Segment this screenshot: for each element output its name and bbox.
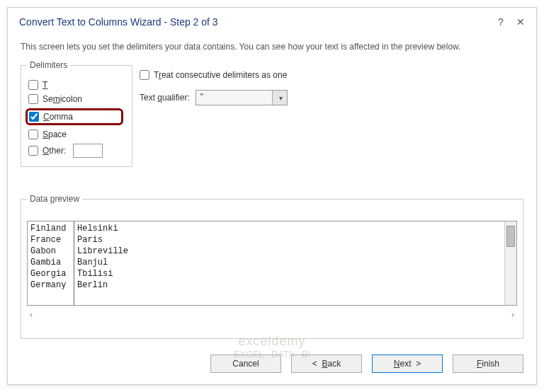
comma-highlight: Comma: [26, 108, 123, 125]
next-button[interactable]: Next >: [372, 354, 443, 373]
treat-consecutive-checkbox[interactable]: [140, 70, 149, 80]
text-qualifier-value: ": [200, 92, 203, 102]
delimiter-comma[interactable]: Comma: [29, 112, 73, 122]
delimiter-other-checkbox[interactable]: [28, 146, 38, 156]
delimiter-semicolon[interactable]: Semicolon: [28, 94, 123, 104]
delimiter-other[interactable]: Other:: [28, 144, 123, 158]
preview-column-b: Helsinki Paris Libreville Banjul Tbilisi…: [74, 221, 516, 305]
delimiter-other-input[interactable]: [73, 144, 103, 158]
horizontal-scrollbar[interactable]: ‹ ›: [27, 310, 517, 320]
delimiter-comma-checkbox[interactable]: [29, 112, 39, 122]
delimiters-legend: Delimiters: [27, 60, 70, 70]
button-row: Cancel < Back Next > Finish: [8, 345, 536, 384]
delimiter-semicolon-checkbox[interactable]: [28, 94, 38, 104]
wizard-dialog: Convert Text to Columns Wizard - Step 2 …: [7, 7, 537, 385]
title-bar: Convert Text to Columns Wizard - Step 2 …: [8, 8, 536, 36]
delimiters-fieldset: Delimiters T Semicolon Comma: [21, 60, 132, 167]
delimiter-space-checkbox[interactable]: [28, 129, 38, 139]
scroll-right-icon[interactable]: ›: [511, 310, 514, 320]
delimiter-tab[interactable]: T: [28, 80, 123, 90]
vertical-scrollbar[interactable]: [504, 221, 516, 305]
close-icon[interactable]: ✕: [511, 13, 531, 30]
help-icon[interactable]: ?: [491, 13, 511, 30]
back-button[interactable]: < Back: [291, 354, 362, 373]
data-preview-legend: Data preview: [27, 194, 82, 204]
preview-grid: Finland France Gabon Gambia Georgia Germ…: [27, 221, 517, 306]
scroll-left-icon[interactable]: ‹: [30, 310, 33, 320]
intro-text: This screen lets you set the delimiters …: [21, 42, 523, 52]
dialog-title: Convert Text to Columns Wizard - Step 2 …: [19, 16, 491, 28]
delimiter-space[interactable]: Space: [28, 129, 123, 139]
chevron-down-icon: ▾: [279, 94, 283, 102]
finish-button[interactable]: Finish: [453, 354, 523, 373]
delimiter-tab-checkbox[interactable]: [28, 80, 38, 90]
data-preview-fieldset: Data preview Finland France Gabon Gambia…: [21, 194, 523, 339]
preview-column-a: Finland France Gabon Gambia Georgia Germ…: [28, 221, 74, 305]
text-qualifier-select[interactable]: " ▾: [196, 90, 288, 105]
text-qualifier-label: Text qualifier:: [140, 93, 190, 103]
scroll-thumb[interactable]: [506, 226, 515, 247]
cancel-button[interactable]: Cancel: [210, 354, 281, 373]
treat-consecutive[interactable]: Treat consecutive delimiters as one: [140, 70, 288, 80]
